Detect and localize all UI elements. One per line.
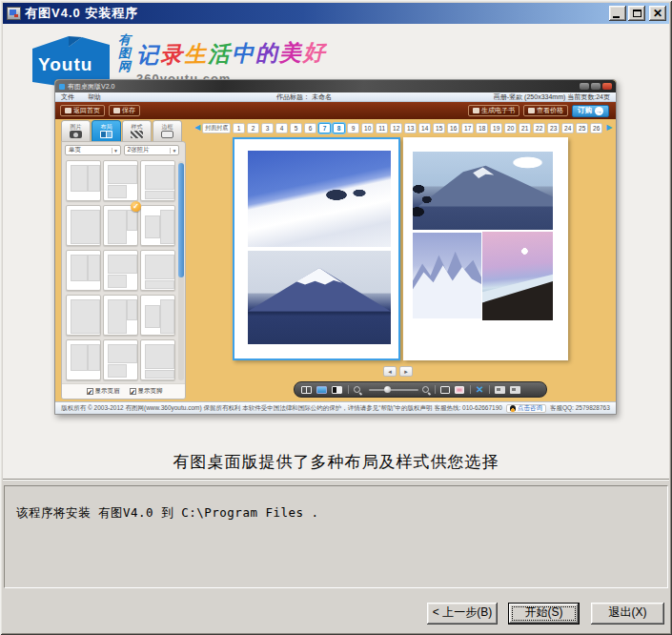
qq-contact-button[interactable]: 点击咨询 — [506, 404, 546, 413]
page-button-23[interactable]: 23 — [547, 123, 560, 133]
page-button-9[interactable]: 9 — [347, 123, 359, 133]
photo-add-icon[interactable] — [510, 386, 520, 394]
sidebar-tabs: 图片 布局 样式 边框 — [61, 120, 183, 142]
layout-thumbnail[interactable] — [140, 205, 175, 246]
layout-thumbnail[interactable] — [103, 339, 138, 380]
layout-thumbnail[interactable]: ✓ — [103, 205, 138, 246]
show-footer-checkbox[interactable]: ✓显示页脚 — [130, 387, 163, 396]
page-button-24[interactable]: 24 — [561, 123, 574, 133]
photo-volcano[interactable] — [413, 152, 553, 230]
order-button[interactable]: 订购→ — [572, 105, 609, 117]
maximize-button[interactable] — [628, 6, 645, 21]
cover-pages-button[interactable]: 封面封底 — [202, 123, 231, 133]
save-button[interactable]: 保存 — [109, 105, 140, 116]
layout-thumbnail[interactable] — [103, 295, 138, 336]
feature-caption: 有图桌面版提供了多种布局及样式供您选择 — [3, 451, 669, 473]
layout-thumbnail[interactable] — [140, 160, 175, 201]
price-icon — [528, 108, 535, 113]
page-button-21[interactable]: 21 — [519, 123, 531, 133]
layout-thumbnail[interactable] — [103, 250, 138, 291]
chevron-down-icon: ▼ — [170, 148, 178, 154]
menu-help[interactable]: 帮助 — [88, 92, 101, 102]
home-button[interactable]: 返回首页 — [60, 105, 105, 116]
photo-snow-hill[interactable] — [248, 151, 391, 247]
layout-sidebar: 单页 ▼ 2张照片 ▼ ✓ ✓显示页眉 ✓显示页脚 — [61, 141, 186, 399]
layout-thumbnail[interactable] — [103, 160, 138, 201]
page-button-17[interactable]: 17 — [461, 123, 474, 133]
grid-view-icon[interactable] — [301, 386, 312, 394]
menu-file[interactable]: 文件 — [61, 92, 74, 102]
page-button-4[interactable]: 4 — [275, 123, 288, 133]
strip-right-arrow-icon[interactable]: ▶ — [606, 122, 612, 133]
prev-page-button[interactable]: ◂ — [383, 366, 397, 377]
page-button-20[interactable]: 20 — [504, 123, 517, 133]
left-page[interactable] — [233, 137, 400, 360]
single-page-icon[interactable] — [440, 386, 450, 394]
layout-thumbnail[interactable] — [140, 250, 175, 291]
swap-photos-icon[interactable]: ✕ — [476, 385, 483, 395]
start-button[interactable]: 开始(S) — [508, 603, 580, 625]
page-button-5[interactable]: 5 — [290, 123, 302, 133]
zoom-out-icon[interactable] — [354, 386, 360, 393]
spread-page-icon[interactable] — [455, 386, 464, 394]
page-button-10[interactable]: 10 — [361, 123, 374, 133]
zoom-slider[interactable] — [369, 389, 418, 391]
page-button-7[interactable]: 7 — [318, 123, 331, 133]
page-button-25[interactable]: 25 — [576, 123, 588, 133]
tab-layout[interactable]: 布局 — [92, 120, 121, 142]
page-button-18[interactable]: 18 — [476, 123, 488, 133]
app-close-icon[interactable] — [602, 83, 612, 90]
tab-style[interactable]: 样式 — [122, 120, 152, 142]
doc-title-label: 作品标题： — [276, 93, 310, 100]
page-button-14[interactable]: 14 — [418, 123, 431, 133]
next-page-button[interactable]: ▸ — [399, 366, 413, 377]
layout-thumbnail[interactable] — [66, 205, 101, 246]
tab-pictures[interactable]: 图片 — [61, 120, 91, 142]
app-maximize-icon[interactable] — [591, 83, 601, 90]
exit-button[interactable]: 退出(X) — [591, 603, 664, 625]
page-button-12[interactable]: 12 — [390, 123, 402, 133]
photo-icon[interactable] — [495, 386, 505, 394]
layout-thumbnail[interactable] — [66, 250, 101, 291]
split-view-icon[interactable] — [332, 386, 342, 394]
right-page[interactable] — [403, 137, 568, 360]
back-button[interactable]: < 上一步(B) — [427, 603, 498, 625]
page-button-3[interactable]: 3 — [261, 123, 274, 133]
photo-count-select[interactable]: 2张照片 ▼ — [124, 145, 180, 155]
strip-left-arrow-icon[interactable]: ◀ — [194, 122, 200, 133]
price-button[interactable]: 查看价格 — [523, 105, 568, 116]
layout-thumbnail[interactable] — [140, 295, 175, 336]
slogan: 记录生活中的美好 — [136, 37, 328, 70]
show-header-checkbox[interactable]: ✓显示页眉 — [87, 387, 120, 396]
page-button-22[interactable]: 22 — [533, 123, 545, 133]
page-button-15[interactable]: 15 — [433, 123, 445, 133]
page-button-2[interactable]: 2 — [247, 123, 259, 133]
minimize-button[interactable] — [609, 6, 626, 21]
scrollbar-thumb[interactable] — [178, 163, 184, 277]
page-button-16[interactable]: 16 — [447, 123, 459, 133]
layout-thumbnail[interactable] — [66, 160, 101, 201]
zoom-slider-handle[interactable] — [384, 386, 391, 393]
layout-thumbnail[interactable] — [140, 339, 175, 380]
layout-thumbnail[interactable] — [66, 339, 101, 380]
close-button[interactable]: ✕ — [649, 6, 666, 21]
page-button-19[interactable]: 19 — [490, 123, 502, 133]
tab-border[interactable]: 边框 — [153, 120, 182, 142]
photo-moon-sunset[interactable] — [482, 232, 553, 320]
page-button-8[interactable]: 8 — [333, 123, 345, 133]
logo-vertical-char: 网 — [118, 60, 131, 73]
ebook-button[interactable]: 生成电子书 — [468, 105, 519, 116]
page-button-26[interactable]: 26 — [590, 123, 602, 133]
page-type-select[interactable]: 单页 ▼ — [65, 145, 121, 155]
app-minimize-icon[interactable] — [580, 83, 589, 90]
page-button-1[interactable]: 1 — [233, 123, 245, 133]
page-button-11[interactable]: 11 — [376, 123, 388, 133]
sidebar-scrollbar[interactable] — [178, 161, 184, 380]
photo-mount-fuji[interactable] — [248, 251, 391, 344]
photo-snow-peaks[interactable] — [413, 233, 481, 318]
layout-thumbnail[interactable] — [66, 295, 101, 336]
page-button-6[interactable]: 6 — [304, 123, 316, 133]
image-view-icon[interactable] — [316, 386, 327, 394]
page-button-13[interactable]: 13 — [404, 123, 417, 133]
zoom-in-icon[interactable] — [422, 386, 429, 393]
